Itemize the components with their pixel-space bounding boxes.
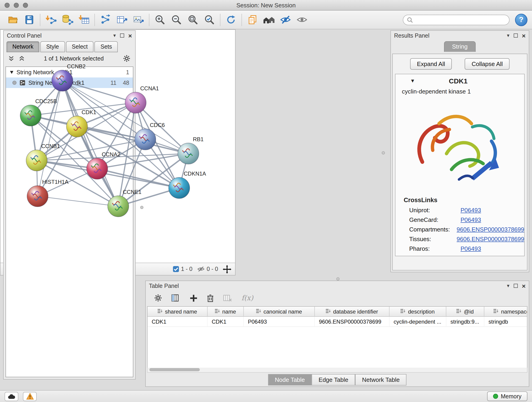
panel-collapse-icon[interactable]: ▾: [507, 33, 510, 38]
network-node-CDKN1A[interactable]: CDKN1A: [169, 171, 206, 198]
crosslink-link[interactable]: 9606.ENSP00000378699: [457, 236, 524, 242]
close-window-button[interactable]: [5, 3, 10, 8]
network-edge-CCNB2-CCNE1[interactable]: [62, 81, 118, 206]
selected-counts[interactable]: 1 - 0: [173, 266, 192, 272]
copy-documents-button[interactable]: [244, 12, 261, 27]
selected-counts-text: 1 - 0: [181, 266, 192, 272]
section-expand-icon[interactable]: ▼: [410, 78, 415, 83]
memory-button[interactable]: Memory: [487, 391, 527, 401]
column-header-shared-name[interactable]: shared name: [147, 307, 208, 316]
network-edge-HIST1H1A-CCNE1[interactable]: [38, 196, 118, 206]
expand-all-button[interactable]: Expand All: [410, 58, 452, 70]
table-cell[interactable]: stringdb: [484, 317, 527, 326]
tab-network-table[interactable]: Network Table: [355, 374, 406, 385]
import-table-from-file-button[interactable]: [76, 12, 92, 27]
network-node-HIST1H1A[interactable]: HIST1H1A: [27, 179, 69, 207]
table-tabs: Node Table Edge Table Network Table: [146, 374, 529, 385]
protein-section-header[interactable]: ▼ CDK1: [395, 74, 524, 87]
string-home-button[interactable]: [261, 12, 277, 27]
node-label-HIST1H1A: HIST1H1A: [42, 179, 69, 185]
eye-slash-icon: [279, 14, 291, 25]
apply-layout-button[interactable]: [223, 12, 239, 27]
table-cell[interactable]: stringdb:9...: [446, 317, 484, 326]
table-cell[interactable]: CDK1: [208, 317, 244, 326]
enhanced-graphics-button[interactable]: [277, 12, 294, 27]
network-canvas[interactable]: CCNB2CCNA1CDC25BCDK1CDC6RB1CCNB1CCNA2CDK…: [0, 30, 235, 263]
column-header-canonical-name[interactable]: canonical name: [244, 307, 315, 316]
collapse-all-button[interactable]: Collapse All: [465, 58, 510, 70]
import-network-from-file-button[interactable]: [43, 12, 59, 27]
gear-icon[interactable]: [154, 294, 162, 302]
splitter-handle[interactable]: [140, 206, 143, 209]
export-network-button[interactable]: [114, 12, 130, 27]
network-view: CCNB2CCNA1CDC25BCDK1CDC6RB1CCNB1CCNA2CDK…: [0, 29, 235, 275]
splitter-handle[interactable]: [382, 151, 385, 154]
panel-float-icon[interactable]: [514, 33, 518, 38]
zoom-in-button[interactable]: [152, 12, 168, 27]
hidden-eye-icon: [197, 266, 205, 272]
pan-crosshair-icon[interactable]: [223, 265, 231, 274]
new-network-from-selection-button[interactable]: [97, 12, 114, 27]
horizontal-scrollbar[interactable]: [147, 368, 527, 373]
node-label-CCNA2: CCNA2: [102, 151, 120, 157]
table-cell[interactable]: CDK1: [147, 317, 208, 326]
crosslink-link[interactable]: 9606.ENSP00000378699: [457, 226, 524, 233]
network-node-CCNB2[interactable]: CCNB2: [52, 63, 85, 91]
zoom-fit-button[interactable]: [185, 12, 201, 27]
panel-collapse-icon[interactable]: ▾: [507, 283, 510, 288]
scrollbar-thumb[interactable]: [149, 368, 200, 371]
toolbar-separator: [241, 13, 242, 26]
tab-node-table[interactable]: Node Table: [268, 374, 312, 385]
import-network-database-icon: [61, 14, 73, 25]
column-header-description[interactable]: description: [389, 307, 446, 316]
zoom-in-icon: [154, 14, 165, 25]
tab-string[interactable]: String: [444, 41, 476, 52]
panel-float-icon[interactable]: [514, 284, 518, 288]
search-input[interactable]: [416, 16, 505, 23]
import-network-from-database-button[interactable]: [59, 12, 76, 27]
column-header--id[interactable]: @id: [446, 307, 484, 316]
help-button[interactable]: ?: [515, 13, 527, 26]
panel-close-icon[interactable]: ×: [522, 283, 526, 289]
new-network-icon: [100, 14, 111, 25]
column-header-database-identifier[interactable]: database identifier: [315, 307, 389, 316]
splitter-handle[interactable]: [336, 277, 340, 281]
column-header-name[interactable]: name: [208, 307, 244, 316]
trash-icon[interactable]: [207, 294, 214, 302]
add-column-icon[interactable]: [171, 294, 181, 302]
minimize-window-button[interactable]: [14, 3, 19, 8]
warning-status-button[interactable]: [23, 392, 37, 401]
network-node-CDC6[interactable]: CDC6: [135, 122, 165, 150]
node-label-RB1: RB1: [193, 136, 204, 142]
graphics-details-button[interactable]: [294, 12, 310, 27]
network-node-CDK1[interactable]: CDK1: [66, 109, 96, 137]
network-edge-CCNA2-CDKN1A[interactable]: [97, 169, 179, 188]
crosslink-link[interactable]: P06493: [461, 216, 481, 223]
save-session-button[interactable]: [21, 12, 38, 27]
table-cell[interactable]: 9606.ENSP00000378699: [315, 317, 389, 326]
search-box[interactable]: [403, 14, 510, 25]
table-row[interactable]: CDK1CDK1P064939606.ENSP00000378699cyclin…: [147, 317, 527, 327]
cloud-status-button[interactable]: [5, 392, 18, 401]
maximize-window-button[interactable]: [23, 3, 28, 8]
column-header-namespace[interactable]: namespace: [484, 307, 527, 316]
crosslink-link[interactable]: P06493: [461, 207, 481, 214]
export-image-button[interactable]: [130, 12, 147, 27]
network-node-CCNA1[interactable]: CCNA1: [125, 85, 159, 113]
add-row-icon[interactable]: [190, 294, 197, 302]
tab-edge-table[interactable]: Edge Table: [312, 374, 355, 385]
network-node-RB1[interactable]: RB1: [178, 136, 204, 164]
zoom-out-button[interactable]: [168, 12, 185, 27]
network-edge-CCNB2-CCNA1[interactable]: [62, 81, 136, 103]
network-graph[interactable]: CCNB2CCNA1CDC25BCDK1CDC6RB1CCNB1CCNA2CDK…: [0, 30, 235, 263]
zoom-selected-button[interactable]: [201, 12, 218, 27]
table-cell[interactable]: cyclin-dependent ...: [389, 317, 446, 326]
hidden-counts[interactable]: 0 - 0: [197, 266, 218, 272]
network-node-CDC25B[interactable]: CDC25B: [20, 98, 57, 126]
crosslink-link[interactable]: P06493: [461, 245, 481, 252]
column-sort-icon: [158, 308, 163, 315]
panel-close-icon[interactable]: ×: [522, 32, 526, 39]
open-session-button[interactable]: [5, 12, 21, 27]
table-cell[interactable]: P06493: [244, 317, 315, 326]
status-bar: Memory: [0, 390, 532, 402]
